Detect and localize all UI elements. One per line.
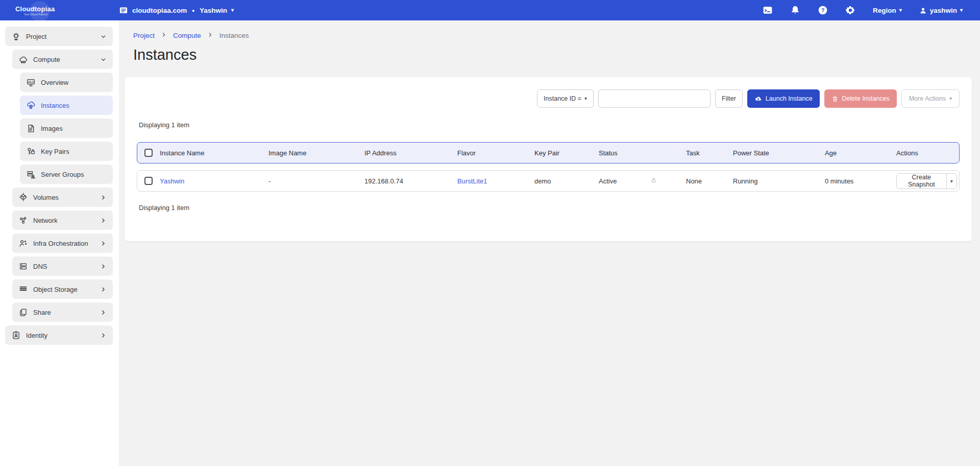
- instance-name-link[interactable]: Yashwin: [160, 177, 268, 185]
- sidebar-item-dns[interactable]: DNS: [12, 257, 113, 276]
- column-header-task[interactable]: Task: [686, 149, 733, 157]
- top-navbar: Cloudtopiaa Your Cloud Partner cloudtopi…: [0, 0, 980, 20]
- sidebar-item-object-storage[interactable]: Object Storage: [12, 279, 113, 299]
- chevron-down-icon: ▾: [949, 96, 952, 101]
- row-actions: Create Snapshot▾: [896, 173, 959, 189]
- column-header-status[interactable]: Status: [599, 149, 650, 157]
- sidebar-item-label: Infra Orchestration: [33, 240, 95, 247]
- help-icon[interactable]: ?: [818, 5, 828, 15]
- context-separator: •: [192, 7, 194, 14]
- region-label: Region: [873, 7, 896, 14]
- sidebar-item-server-groups[interactable]: Server Groups: [20, 165, 113, 184]
- sidebar-item-images[interactable]: Images: [20, 119, 113, 138]
- chevron-right-icon: [100, 332, 107, 339]
- server-groups-icon: [26, 170, 36, 179]
- breadcrumb-compute[interactable]: Compute: [173, 32, 201, 39]
- sidebar-item-instances[interactable]: Instances: [20, 96, 113, 115]
- column-header-flavor[interactable]: Flavor: [457, 149, 534, 157]
- sidebar-item-label: Share: [33, 309, 95, 316]
- column-header-ip-address[interactable]: IP Address: [364, 149, 457, 157]
- action-split-button: Create Snapshot▾: [896, 173, 957, 189]
- overview-icon: [26, 78, 36, 87]
- more-actions-label: More Actions: [909, 95, 946, 102]
- key-pair-cell: demo: [534, 177, 599, 185]
- images-icon: [26, 124, 36, 133]
- column-header-actions[interactable]: Actions: [896, 149, 959, 157]
- sidebar-item-volumes[interactable]: Volumes: [12, 188, 113, 207]
- user-menu[interactable]: yashwin ▾: [919, 7, 963, 14]
- sidebar-item-label: Object Storage: [33, 286, 95, 293]
- svg-text:?: ?: [821, 7, 825, 13]
- select-all-checkbox[interactable]: [144, 149, 153, 157]
- chevron-right-icon: [100, 309, 107, 316]
- context-domain: cloudtopiaa.com: [132, 7, 187, 14]
- logo-title: Cloudtopiaa: [15, 5, 119, 13]
- sidebar-item-label: Identity: [26, 332, 95, 339]
- breadcrumb: ProjectComputeInstances: [119, 20, 980, 39]
- chevron-down-icon: ▾: [899, 8, 902, 13]
- chevron-down-icon: ▾: [584, 96, 587, 101]
- item-count-bottom: Displaying 1 item: [139, 204, 960, 212]
- more-actions-button[interactable]: More Actions ▾: [901, 89, 960, 108]
- chevron-down-icon: [100, 33, 107, 40]
- sidebar-item-label: DNS: [33, 263, 95, 270]
- breadcrumb-instances: Instances: [219, 32, 249, 39]
- sidebar-item-key-pairs[interactable]: Key Pairs: [20, 142, 113, 161]
- image-name-cell: -: [268, 177, 364, 185]
- region-dropdown[interactable]: Region ▾: [873, 7, 902, 14]
- delete-instances-label: Delete Instances: [842, 95, 890, 102]
- instances-table: Instance NameImage NameIP AddressFlavorK…: [137, 142, 960, 192]
- flavor-link[interactable]: BurstLite1: [457, 177, 534, 185]
- user-label: yashwin: [930, 7, 957, 14]
- chevron-right-icon: [161, 32, 167, 39]
- lock-open-icon: [650, 176, 686, 185]
- project-icon: [11, 32, 21, 41]
- filter-field-label: Instance ID =: [544, 95, 581, 102]
- sidebar-item-identity[interactable]: Identity: [5, 325, 113, 345]
- sidebar-item-label: Overview: [41, 79, 107, 86]
- filter-field-dropdown[interactable]: Instance ID = ▾: [537, 89, 594, 108]
- sidebar-item-overview[interactable]: Overview: [20, 73, 113, 92]
- create-snapshot-button[interactable]: Create Snapshot: [897, 174, 946, 189]
- share-icon: [18, 308, 28, 317]
- age-cell: 0 minutes: [825, 177, 896, 185]
- status-cell: Active: [599, 177, 650, 185]
- identity-icon: [11, 331, 21, 340]
- launch-instance-button[interactable]: Launch Instance: [747, 89, 820, 108]
- console-icon[interactable]: [763, 5, 773, 15]
- row-checkbox[interactable]: [144, 177, 153, 185]
- ip-address-cell: 192.168.0.74: [364, 177, 457, 185]
- main-content: ProjectComputeInstances Instances Instan…: [119, 20, 980, 466]
- context-project: Yashwin: [200, 7, 227, 14]
- settings-gear-icon[interactable]: [845, 5, 855, 15]
- delete-instances-button[interactable]: Delete Instances: [824, 89, 897, 108]
- sidebar-item-label: Images: [41, 125, 107, 132]
- column-header-image-name[interactable]: Image Name: [268, 149, 364, 157]
- sidebar-item-infra-orchestration[interactable]: Infra Orchestration: [12, 234, 113, 253]
- user-icon: [919, 7, 927, 14]
- column-header-key-pair[interactable]: Key Pair: [534, 149, 599, 157]
- project-context-switcher[interactable]: cloudtopiaa.com • Yashwin ▾: [119, 6, 234, 15]
- breadcrumb-project[interactable]: Project: [133, 32, 155, 39]
- chevron-down-icon: ▾: [960, 8, 963, 13]
- sidebar-item-label: Key Pairs: [41, 148, 107, 155]
- infra-icon: [18, 239, 28, 248]
- brand-logo[interactable]: Cloudtopiaa Your Cloud Partner: [0, 5, 119, 16]
- window-list-icon: [119, 6, 128, 15]
- column-header-age[interactable]: Age: [825, 149, 896, 157]
- chevron-right-icon: [100, 263, 107, 270]
- sidebar-item-compute[interactable]: Compute: [12, 50, 113, 69]
- sidebar-item-share[interactable]: Share: [12, 302, 113, 322]
- table-row: Yashwin-192.168.0.74BurstLite1demoActive…: [137, 170, 960, 192]
- column-header-instance-name[interactable]: Instance Name: [160, 149, 268, 157]
- bell-icon[interactable]: [790, 5, 800, 15]
- dns-icon: [18, 262, 28, 271]
- chevron-right-icon: [207, 32, 213, 39]
- column-header-power-state[interactable]: Power State: [733, 149, 825, 157]
- action-dropdown-toggle[interactable]: ▾: [946, 174, 957, 189]
- filter-button[interactable]: Filter: [715, 89, 743, 108]
- sidebar-item-network[interactable]: Network: [12, 211, 113, 230]
- chevron-right-icon: [100, 217, 107, 224]
- filter-search-input[interactable]: [598, 89, 710, 108]
- sidebar-item-project[interactable]: Project: [5, 27, 113, 46]
